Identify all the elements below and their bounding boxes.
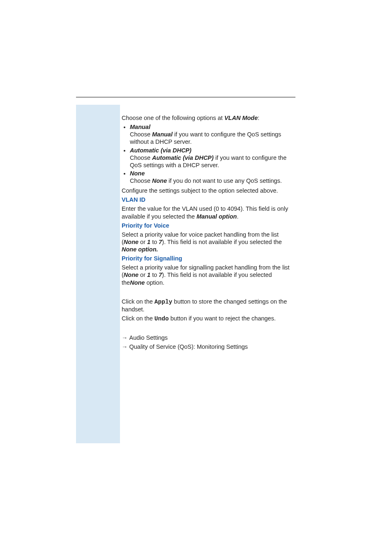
undo-line: Click on the Undo button if you want to … [122, 315, 296, 322]
intro-line: Choose one of the following options at V… [122, 114, 296, 122]
arrow-icon: → [122, 343, 128, 350]
sig-body: Select a priority value for signalling p… [122, 264, 296, 286]
apply-line: Click on the Apply button to store the c… [122, 298, 296, 313]
auto-title: Automatic (via DHCP) [130, 147, 191, 154]
option-automatic: Automatic (via DHCP) Choose Automatic (v… [130, 147, 296, 169]
voice-none-opt: None option. [122, 246, 158, 253]
voice-to: to [150, 239, 159, 245]
sig-to: to [150, 272, 159, 278]
sig-one: 1 [147, 272, 150, 278]
none-pre: Choose [130, 177, 152, 184]
intro-post: : [258, 115, 259, 121]
sig-none: None [124, 272, 138, 278]
link-qos-text: Quality of Service (QoS): Monitoring Set… [129, 343, 248, 350]
link-qos[interactable]: →Quality of Service (QoS): Monitoring Se… [122, 343, 296, 350]
apply-button-label: Apply [154, 299, 173, 305]
auto-bold: Automatic (via DHCP) [152, 154, 214, 161]
manual-pre: Choose [130, 131, 152, 138]
none-title: None [130, 170, 145, 177]
apply-pre: Click on the [122, 298, 154, 305]
vlan-id-post: . [237, 213, 238, 220]
sig-heading: Priority for Signalling [122, 255, 296, 262]
undo-post: button if you want to reject the changes… [169, 315, 276, 322]
auto-pre: Choose [130, 154, 152, 161]
none-bold: None [152, 177, 167, 184]
link-audio-text: Audio Settings [129, 334, 168, 341]
undo-pre: Click on the [122, 315, 154, 322]
undo-button-label: Undo [154, 315, 169, 322]
vlan-id-bold: Manual option [196, 213, 237, 220]
option-manual: Manual Choose Manual if you want to conf… [130, 123, 296, 145]
voice-heading: Priority for Voice [122, 222, 296, 229]
intro-pre: Choose one of the following options at [122, 115, 224, 121]
voice-none: None [124, 239, 138, 245]
sig-or: or [138, 272, 147, 278]
intro-bold: VLAN Mode [224, 115, 258, 121]
document-page: Choose one of the following options at V… [0, 0, 392, 555]
vlan-id-body: Enter the value for the VLAN used (0 to … [122, 205, 296, 220]
actions-block: Click on the Apply button to store the c… [122, 298, 296, 322]
sig-none-opt: None [130, 279, 145, 286]
option-none: None Choose None if you do not want to u… [130, 170, 296, 184]
manual-bold: Manual [152, 131, 173, 138]
voice-or: or [138, 239, 147, 245]
config-line: Configure the settings subject to the op… [122, 187, 296, 194]
link-audio[interactable]: →Audio Settings [122, 334, 296, 341]
none-post: if you do not want to use any QoS settin… [167, 177, 282, 184]
voice-one: 1 [147, 239, 150, 245]
sig-post: option. [145, 279, 164, 286]
voice-body: Select a priority value for voice packet… [122, 231, 296, 253]
sidebar-shade [76, 105, 120, 443]
arrow-icon: → [122, 334, 128, 341]
related-links: →Audio Settings →Quality of Service (QoS… [122, 334, 296, 350]
option-list: Manual Choose Manual if you want to conf… [122, 123, 296, 184]
header-rule [76, 97, 295, 97]
manual-title: Manual [130, 124, 150, 130]
body-content: Choose one of the following options at V… [122, 114, 296, 352]
vlan-id-heading: VLAN ID [122, 196, 296, 203]
voice-mid: ). This field is not available if you se… [162, 239, 282, 245]
